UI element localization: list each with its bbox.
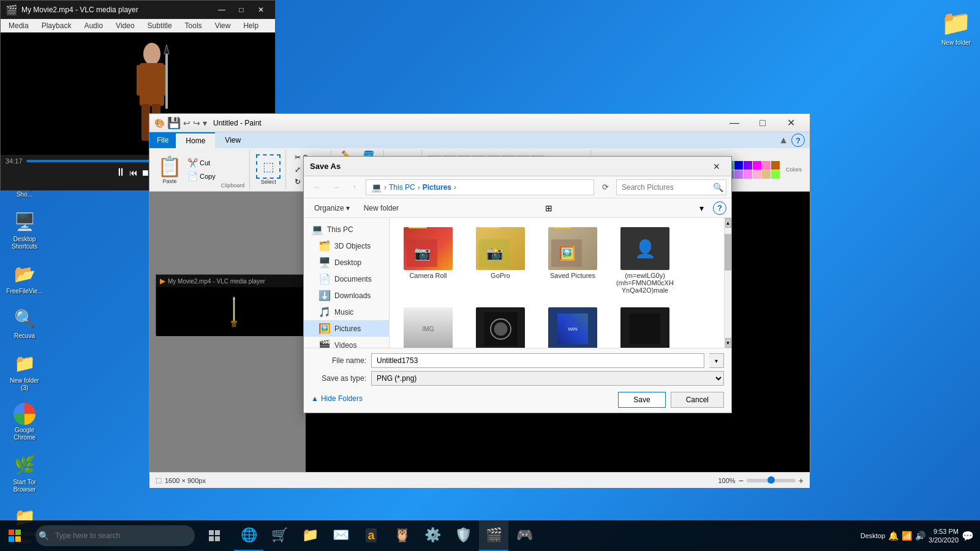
swatch-purple[interactable] (744, 161, 752, 170)
new-folder-right[interactable]: 📁 New folder (938, 6, 974, 48)
sidebar-music[interactable]: 🎵 Music (304, 304, 389, 320)
network-icon[interactable]: 📶 (902, 531, 912, 541)
swatch-tan[interactable] (762, 170, 771, 179)
start-btn[interactable] (0, 520, 29, 551)
action-center-icon[interactable]: 💬 (962, 530, 974, 542)
swatch-brown[interactable] (771, 161, 780, 170)
sidebar-3d-objects[interactable]: 🗂️ 3D Objects (304, 238, 389, 254)
nav-refresh-btn[interactable]: ⟳ (597, 179, 613, 195)
view-btn[interactable]: ⊞ (540, 201, 557, 216)
sidebar-downloads[interactable]: ⬇️ Downloads (304, 287, 389, 304)
file-saved-pictures[interactable]: 🖼️ Saved Pictures (539, 223, 606, 298)
sidebar-this-pc[interactable]: 💻 This PC (304, 221, 389, 238)
paste-btn[interactable]: 📋 Paste (157, 155, 182, 184)
file-hq-channel[interactable]: hq_channel_dra... (611, 303, 679, 348)
taskbar-app-vlc[interactable]: 🎬 (479, 520, 508, 551)
file-1[interactable]: IMG 1 (394, 303, 462, 348)
copy-btn[interactable]: 📄 Copy (185, 170, 218, 182)
sidebar-item-google-chrome[interactable]: Google Chrome (3, 400, 46, 444)
hide-folders-btn[interactable]: ▲ Hide Folders (311, 394, 363, 403)
vlc-menu-view[interactable]: View (210, 20, 236, 31)
sidebar-item-start-browser[interactable]: 🌿 Start TorBrowser (3, 450, 46, 496)
swatch-magenta[interactable] (753, 161, 761, 170)
paint-maximize-btn[interactable]: □ (748, 114, 777, 132)
sidebar-documents[interactable]: 📄 Documents (304, 271, 389, 287)
paint-save-btn[interactable]: 💾 (167, 116, 181, 130)
paint-dropdown-btn[interactable]: ▾ (203, 118, 207, 128)
sidebar-videos[interactable]: 🎬 Videos (304, 337, 389, 348)
sidebar-desktop[interactable]: 🖥️ Desktop (304, 254, 389, 271)
dialog-close-btn[interactable]: ✕ (708, 158, 725, 175)
vlc-maximize-btn[interactable]: □ (232, 1, 251, 18)
taskbar-app-gaming[interactable]: 🎮 (510, 520, 539, 551)
vlc-prev-btn[interactable]: ⏮ (129, 168, 138, 178)
taskbar-app-edge[interactable]: 🌐 (234, 520, 263, 551)
nav-back-btn[interactable]: ← (309, 179, 325, 195)
swatch-blue[interactable] (734, 161, 743, 170)
paint-minimize-btn[interactable]: — (720, 114, 748, 132)
zoom-in-btn[interactable]: + (799, 476, 804, 485)
vlc-menu-video[interactable]: Video (111, 20, 139, 31)
vlc-stop-btn[interactable]: ⏹ (141, 168, 149, 178)
organize-btn[interactable]: Organize ▾ (309, 201, 355, 216)
breadcrumb-pictures[interactable]: Pictures (423, 183, 451, 192)
ribbon-collapse-btn[interactable]: ▲ (778, 135, 788, 146)
taskbar-search-input[interactable] (36, 525, 195, 546)
vlc-play-btn[interactable]: ⏸ (115, 166, 126, 179)
filename-input[interactable] (371, 353, 704, 368)
paint-close-btn[interactable]: ✕ (777, 114, 805, 132)
vlc-menu-subtitle[interactable]: Subtitle (143, 20, 177, 31)
tab-view[interactable]: View (215, 132, 251, 148)
sidebar-item-recuva[interactable]: 🔍 Recuva (3, 304, 46, 342)
swatch-ltpur[interactable] (734, 170, 743, 179)
paint-redo-btn[interactable]: ↪ (193, 118, 200, 128)
notification-icon[interactable]: 🔔 (888, 531, 899, 541)
zoom-slider[interactable] (747, 479, 796, 482)
file-long-name[interactable]: 👤 (m=ewlLG0y)(mh=FMNOM0cXHYnQa42O)male (611, 223, 679, 298)
zoom-out-btn[interactable]: − (739, 476, 744, 485)
nav-up-btn[interactable]: ↑ (347, 179, 363, 195)
sidebar-item-new-folder-3[interactable]: 📁 New folder (3) (3, 348, 46, 394)
desktop-show-btn[interactable]: Desktop (861, 532, 885, 539)
file-610[interactable]: WIN 610 (539, 303, 606, 348)
volume-icon[interactable]: 🔊 (915, 531, 925, 541)
swatch-ltpink[interactable] (753, 170, 761, 179)
taskbar-app-explorer[interactable]: 📁 (295, 520, 325, 551)
paint-undo-btn[interactable]: ↩ (183, 118, 190, 128)
save-button[interactable]: Save (618, 392, 665, 408)
new-folder-btn[interactable]: New folder (358, 201, 404, 216)
tab-home[interactable]: Home (176, 132, 215, 148)
cut-btn[interactable]: ✂️ Cut (185, 157, 218, 169)
taskbar-app-store[interactable]: 🛒 (265, 520, 294, 551)
sidebar-item-desktop-shortcuts[interactable]: 🖥️ Desktop Shortcuts (3, 207, 46, 253)
taskbar-app-amazon[interactable]: a (356, 520, 386, 551)
tab-file[interactable]: File (149, 132, 176, 148)
taskbar-app-vpn[interactable]: 🛡️ (448, 520, 478, 551)
search-icon[interactable]: 🔍 (713, 182, 723, 192)
scroll-thumb[interactable] (725, 234, 731, 271)
paint-help-btn[interactable]: ? (791, 133, 805, 147)
taskbar-app-tripadvisor[interactable]: 🦉 (387, 520, 417, 551)
taskbar-app-mail[interactable]: ✉️ (326, 520, 355, 551)
vlc-menu-audio[interactable]: Audio (79, 20, 108, 31)
scroll-down-btn[interactable]: ▼ (725, 338, 731, 348)
view-dropdown-btn[interactable]: ▾ (693, 201, 710, 216)
dialog-scrollbar[interactable]: ▲ ▼ (724, 218, 731, 348)
file-7[interactable]: 7 (467, 303, 534, 348)
swatch-lime[interactable] (771, 170, 780, 179)
filetype-select[interactable]: PNG (*.png) (371, 371, 724, 386)
task-view-btn[interactable] (201, 520, 228, 551)
breadcrumb-this-pc[interactable]: This PC (389, 183, 415, 192)
swatch-pink[interactable] (762, 161, 771, 170)
scroll-up-btn[interactable]: ▲ (725, 218, 731, 228)
cancel-button[interactable]: Cancel (671, 392, 724, 408)
taskbar-clock[interactable]: 9:53 PM 3/20/2020 (929, 527, 959, 545)
sidebar-pictures[interactable]: 🖼️ Pictures (304, 320, 389, 337)
vlc-close-btn[interactable]: ✕ (252, 1, 270, 18)
vlc-menu-tools[interactable]: Tools (180, 20, 207, 31)
swatch-ltmag[interactable] (744, 170, 752, 179)
help-btn[interactable]: ? (713, 201, 726, 215)
filename-dropdown-btn[interactable]: ▾ (709, 353, 724, 368)
sidebar-item-freefile[interactable]: 📂 FreeFileVie... (3, 259, 46, 298)
file-gopro[interactable]: 📸 GoPro (467, 223, 534, 298)
